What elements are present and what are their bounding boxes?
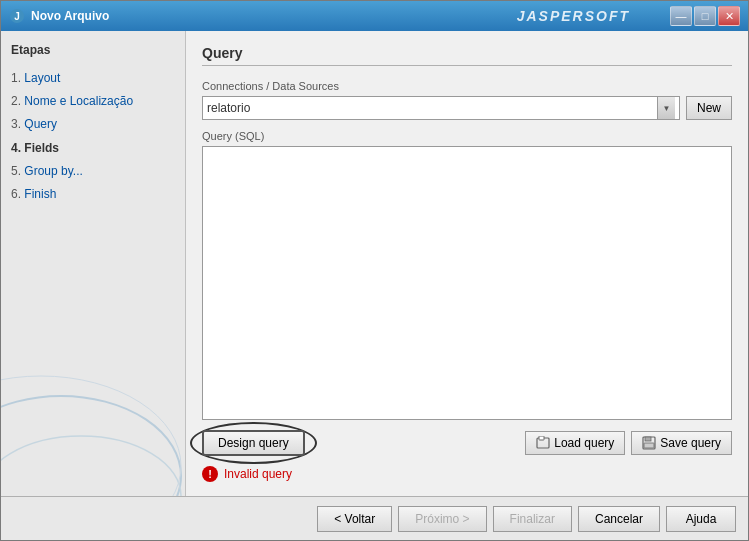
svg-rect-8 [645, 437, 651, 441]
help-button[interactable]: Ajuda [666, 506, 736, 532]
step-2-number: 2. [11, 94, 24, 108]
step-5-link[interactable]: Group by... [24, 164, 82, 178]
save-query-button[interactable]: Save query [631, 431, 732, 455]
invalid-query-row: ! Invalid query [202, 466, 732, 482]
design-query-wrapper: Design query [202, 430, 305, 456]
sidebar-title: Etapas [11, 43, 175, 57]
connections-select-value: relatorio [207, 101, 657, 115]
step-layout: 1. Layout [11, 67, 175, 90]
svg-rect-6 [539, 436, 544, 440]
sidebar-decoration [1, 296, 185, 496]
right-panel: Query Connections / Data Sources relator… [186, 31, 748, 496]
main-content: Etapas 1. Layout 2. Nome e Localização 3… [1, 31, 748, 496]
error-icon: ! [202, 466, 218, 482]
step-5-number: 5. [11, 164, 24, 178]
save-query-label: Save query [660, 436, 721, 450]
connections-row: relatorio ▼ New [202, 96, 732, 120]
invalid-query-text: Invalid query [224, 467, 292, 481]
step-3-link[interactable]: Query [24, 117, 57, 131]
load-query-label: Load query [554, 436, 614, 450]
save-icon [642, 436, 656, 450]
step-2-link[interactable]: Nome e Localização [24, 94, 133, 108]
right-buttons: Load query Save query [525, 431, 732, 455]
query-buttons-row: Design query Load query [202, 430, 732, 456]
window-icon: J [9, 8, 25, 24]
svg-point-3 [1, 436, 181, 496]
connections-section: Connections / Data Sources relatorio ▼ N… [202, 80, 732, 120]
step-finish: 6. Finish [11, 183, 175, 206]
step-query: 3. Query [11, 113, 175, 136]
query-label: Query (SQL) [202, 130, 732, 142]
sidebar: Etapas 1. Layout 2. Nome e Localização 3… [1, 31, 186, 496]
main-window: J Novo Arquivo JASPERSOFT — □ ✕ Etapas 1… [0, 0, 749, 541]
panel-title: Query [202, 45, 732, 66]
steps-list: 1. Layout 2. Nome e Localização 3. Query… [11, 67, 175, 206]
load-icon [536, 436, 550, 450]
step-6-link[interactable]: Finish [24, 187, 56, 201]
load-query-button[interactable]: Load query [525, 431, 625, 455]
window-title: Novo Arquivo [31, 9, 517, 23]
step-nome: 2. Nome e Localização [11, 90, 175, 113]
step-1-number: 1. [11, 71, 24, 85]
step-6-number: 6. [11, 187, 24, 201]
step-1-link[interactable]: Layout [24, 71, 60, 85]
query-textarea[interactable] [202, 146, 732, 420]
back-button[interactable]: < Voltar [317, 506, 392, 532]
step-fields: 4. Fields [11, 137, 175, 160]
maximize-button[interactable]: □ [694, 6, 716, 26]
step-3-number: 3. [11, 117, 24, 131]
new-button[interactable]: New [686, 96, 732, 120]
svg-text:J: J [14, 11, 20, 22]
window-controls: — □ ✕ [670, 6, 740, 26]
connections-select-wrapper[interactable]: relatorio ▼ [202, 96, 680, 120]
query-section: Query (SQL) [202, 130, 732, 420]
connections-label: Connections / Data Sources [202, 80, 732, 92]
next-button[interactable]: Próximo > [398, 506, 486, 532]
step-4-number: 4. [11, 141, 24, 155]
design-query-button[interactable]: Design query [202, 430, 305, 456]
step-4-label: Fields [24, 141, 59, 155]
step-groupby: 5. Group by... [11, 160, 175, 183]
title-bar: J Novo Arquivo JASPERSOFT — □ ✕ [1, 1, 748, 31]
finish-button[interactable]: Finalizar [493, 506, 572, 532]
jaspersoft-brand: JASPERSOFT [517, 8, 630, 24]
footer: < Voltar Próximo > Finalizar Cancelar Aj… [1, 496, 748, 540]
svg-point-2 [1, 396, 181, 496]
connections-dropdown-arrow[interactable]: ▼ [657, 97, 675, 119]
minimize-button[interactable]: — [670, 6, 692, 26]
close-button[interactable]: ✕ [718, 6, 740, 26]
svg-rect-9 [644, 443, 654, 448]
cancel-button[interactable]: Cancelar [578, 506, 660, 532]
